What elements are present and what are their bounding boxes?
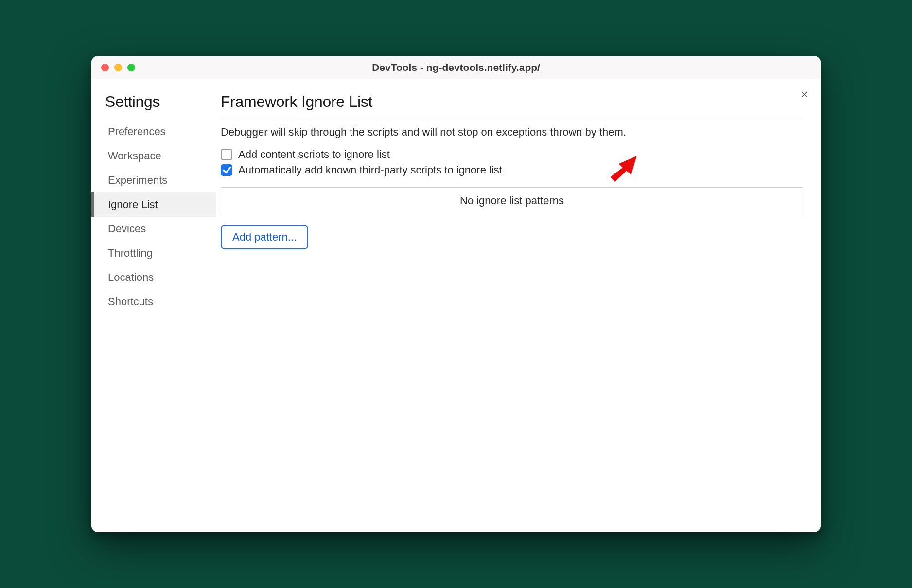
close-window-button[interactable] xyxy=(101,64,109,71)
settings-main: Framework Ignore List Debugger will skip… xyxy=(216,79,821,532)
sidebar-item-label: Ignore List xyxy=(108,198,158,210)
traffic-lights xyxy=(91,64,135,71)
sidebar-item-label: Shortcuts xyxy=(108,295,153,308)
checkbox-row: Automatically add known third-party scri… xyxy=(221,164,803,176)
settings-content: × Settings PreferencesWorkspaceExperimen… xyxy=(91,79,821,532)
sidebar-item-ignore-list[interactable]: Ignore List xyxy=(91,192,216,217)
patterns-empty-text: No ignore list patterns xyxy=(460,194,564,207)
checkbox-label: Add content scripts to ignore list xyxy=(238,148,390,161)
checkbox[interactable] xyxy=(221,149,232,160)
sidebar-item-locations[interactable]: Locations xyxy=(91,265,216,290)
sidebar-item-label: Workspace xyxy=(108,150,161,162)
sidebar-item-shortcuts[interactable]: Shortcuts xyxy=(91,290,216,314)
ignore-list-patterns-box: No ignore list patterns xyxy=(221,187,803,214)
checkbox-label: Automatically add known third-party scri… xyxy=(238,164,502,176)
sidebar-item-devices[interactable]: Devices xyxy=(91,217,216,241)
window-title: DevTools - ng-devtools.netlify.app/ xyxy=(91,62,821,73)
add-pattern-button[interactable]: Add pattern... xyxy=(221,225,308,249)
sidebar-item-label: Experiments xyxy=(108,174,167,186)
page-description: Debugger will skip through the scripts a… xyxy=(221,126,803,138)
sidebar-item-label: Preferences xyxy=(108,125,166,138)
page-title: Framework Ignore List xyxy=(221,93,803,117)
settings-sidebar: Settings PreferencesWorkspaceExperiments… xyxy=(91,79,216,532)
checkbox[interactable] xyxy=(221,164,232,176)
sidebar-item-label: Throttling xyxy=(108,247,153,259)
sidebar-item-experiments[interactable]: Experiments xyxy=(91,168,216,192)
close-settings-button[interactable]: × xyxy=(801,88,808,101)
window-titlebar: DevTools - ng-devtools.netlify.app/ xyxy=(91,56,821,79)
sidebar-item-preferences[interactable]: Preferences xyxy=(91,120,216,144)
sidebar-item-workspace[interactable]: Workspace xyxy=(91,144,216,168)
sidebar-title: Settings xyxy=(91,93,216,120)
sidebar-item-label: Devices xyxy=(108,223,146,235)
sidebar-item-throttling[interactable]: Throttling xyxy=(91,241,216,265)
minimize-window-button[interactable] xyxy=(114,64,122,71)
checkbox-row: Add content scripts to ignore list xyxy=(221,148,803,161)
maximize-window-button[interactable] xyxy=(127,64,135,71)
devtools-window: DevTools - ng-devtools.netlify.app/ × Se… xyxy=(91,56,821,532)
sidebar-item-label: Locations xyxy=(108,271,154,283)
